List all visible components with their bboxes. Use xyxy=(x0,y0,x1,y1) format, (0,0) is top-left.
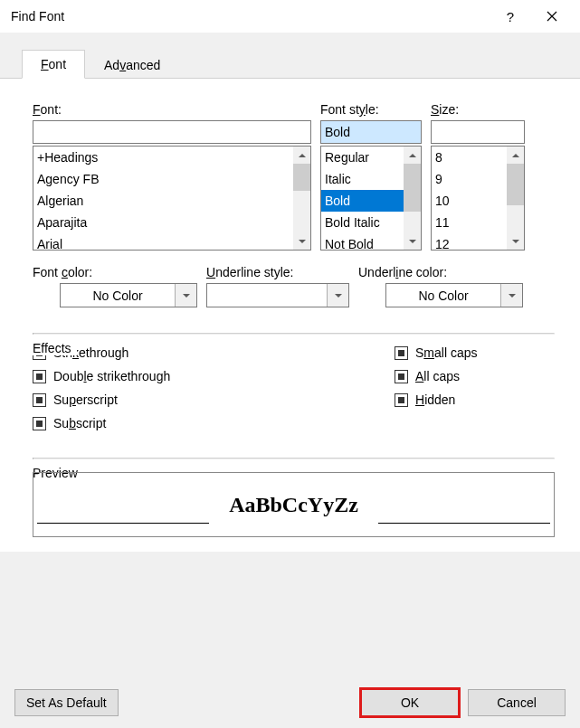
title-bar: Find Font ? xyxy=(0,0,580,33)
font-color-label: Font color: xyxy=(33,265,197,279)
dialog-title: Find Font xyxy=(11,9,490,24)
close-button[interactable] xyxy=(531,3,573,30)
checkbox-strikethrough[interactable]: Strikethrough xyxy=(33,345,395,360)
underline-style-label: Underline style: xyxy=(206,265,349,279)
size-input[interactable] xyxy=(431,120,525,144)
list-item[interactable]: Bold Italic xyxy=(321,212,404,233)
chevron-down-icon[interactable] xyxy=(500,284,522,307)
dialog-footer: Set As Default OK Cancel xyxy=(0,677,580,728)
preview-text: AaBbCcYyZz xyxy=(229,493,358,517)
checkbox-subscript[interactable]: Subscript xyxy=(33,416,395,430)
underline-color-combo[interactable]: No Color xyxy=(385,283,523,307)
ok-button[interactable]: OK xyxy=(361,689,459,716)
tab-font[interactable]: Font xyxy=(22,50,85,79)
list-item[interactable]: 11 xyxy=(432,212,507,233)
size-label: Size: xyxy=(431,102,525,117)
close-icon xyxy=(547,11,557,22)
scrollbar[interactable] xyxy=(293,147,310,250)
list-item[interactable]: Bold xyxy=(321,190,404,212)
font-input[interactable] xyxy=(33,120,311,144)
tab-advanced[interactable]: Advanced xyxy=(85,51,179,79)
underline-color-label: Underline color: xyxy=(358,265,523,279)
checkbox-all-caps[interactable]: All caps xyxy=(395,369,555,383)
underline-style-combo[interactable] xyxy=(206,283,349,307)
list-item[interactable]: 9 xyxy=(432,168,507,190)
checkbox-hidden[interactable]: Hidden xyxy=(395,392,555,407)
scroll-down-icon[interactable] xyxy=(507,232,524,250)
scroll-down-icon[interactable] xyxy=(293,232,310,250)
size-listbox[interactable]: 8 9 10 11 12 xyxy=(431,146,525,251)
scroll-down-icon[interactable] xyxy=(404,232,421,250)
list-item[interactable]: 10 xyxy=(432,190,507,212)
scroll-up-icon[interactable] xyxy=(404,147,421,164)
underline-color-value: No Color xyxy=(386,288,500,303)
checkbox-small-caps[interactable]: Small caps xyxy=(395,345,555,360)
checkbox-double-strikethrough[interactable]: Double strikethrough xyxy=(33,369,395,383)
chevron-down-icon[interactable] xyxy=(175,284,196,307)
font-style-label: Font style: xyxy=(320,102,422,117)
font-label: Font: xyxy=(33,102,311,117)
preview-box: AaBbCcYyZz xyxy=(33,472,555,537)
scroll-up-icon[interactable] xyxy=(507,147,524,164)
font-listbox[interactable]: +Headings Agency FB Algerian Aparajita A… xyxy=(33,146,311,251)
list-item[interactable]: Not Bold xyxy=(321,233,404,250)
list-item[interactable]: 12 xyxy=(432,233,507,250)
list-item[interactable]: +Headings xyxy=(33,147,293,168)
list-item[interactable]: Regular xyxy=(321,147,404,168)
list-item[interactable]: Arial xyxy=(33,233,293,250)
font-color-value: No Color xyxy=(61,288,175,303)
scrollbar[interactable] xyxy=(404,147,421,250)
help-button[interactable]: ? xyxy=(490,3,531,30)
list-item[interactable]: Algerian xyxy=(33,190,293,212)
scroll-up-icon[interactable] xyxy=(293,147,310,164)
list-item[interactable]: Italic xyxy=(321,168,404,190)
font-style-listbox[interactable]: Regular Italic Bold Bold Italic Not Bold xyxy=(320,146,422,251)
set-as-default-button[interactable]: Set As Default xyxy=(14,689,119,716)
cancel-button[interactable]: Cancel xyxy=(468,689,566,716)
tab-strip: Font Advanced xyxy=(0,49,580,79)
list-item[interactable]: 8 xyxy=(432,147,507,168)
tab-panel-font: Font: +Headings Agency FB Algerian Apara… xyxy=(0,79,580,552)
scrollbar[interactable] xyxy=(507,147,524,250)
list-item[interactable]: Agency FB xyxy=(33,168,293,190)
dialog-body: Font Advanced Font: +Headings Agency FB … xyxy=(0,33,580,677)
checkbox-superscript[interactable]: Superscript xyxy=(33,392,395,407)
effects-label: Effects xyxy=(33,341,77,355)
chevron-down-icon[interactable] xyxy=(327,284,348,307)
font-color-combo[interactable]: No Color xyxy=(60,283,197,307)
font-style-input[interactable] xyxy=(320,120,422,144)
list-item[interactable]: Aparajita xyxy=(33,212,293,233)
